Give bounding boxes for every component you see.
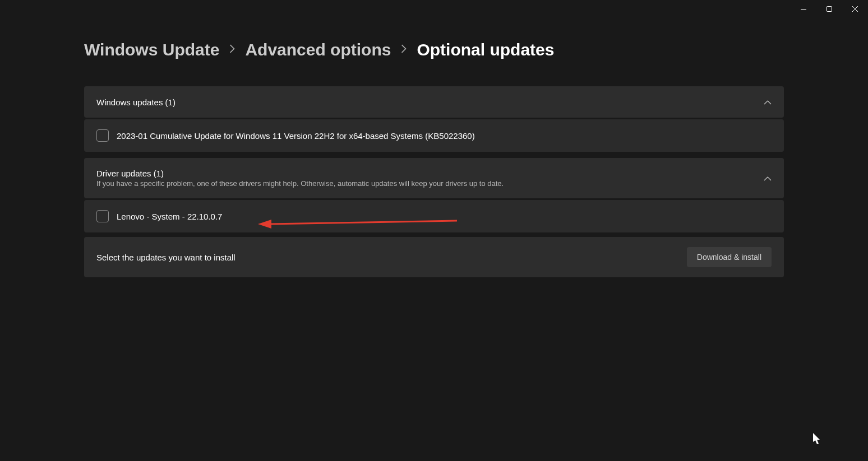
chevron-up-icon: [764, 173, 772, 183]
update-label: Lenovo - System - 22.10.0.7: [117, 212, 222, 221]
chevron-right-icon: [401, 44, 407, 56]
window-controls: [791, 0, 868, 18]
update-label: 2023-01 Cumulative Update for Windows 11…: [117, 131, 475, 141]
update-row-driver[interactable]: Lenovo - System - 22.10.0.7: [84, 200, 784, 232]
minimize-button[interactable]: [791, 0, 816, 18]
windows-updates-header[interactable]: Windows updates (1): [84, 86, 784, 118]
svg-rect-1: [827, 7, 832, 12]
driver-updates-header[interactable]: Driver updates (1) If you have a specifi…: [84, 158, 784, 198]
breadcrumb-advanced-options[interactable]: Advanced options: [245, 40, 391, 59]
close-button[interactable]: [842, 0, 868, 18]
breadcrumb-windows-update[interactable]: Windows Update: [84, 40, 219, 59]
chevron-up-icon: [764, 97, 772, 107]
download-install-button[interactable]: Download & install: [687, 247, 772, 267]
update-row-windows[interactable]: 2023-01 Cumulative Update for Windows 11…: [84, 119, 784, 152]
breadcrumb-current: Optional updates: [417, 40, 554, 59]
footer-prompt: Select the updates you want to install: [96, 253, 236, 262]
breadcrumb: Windows Update Advanced options Optional…: [84, 40, 784, 59]
section-title: Windows updates (1): [96, 97, 176, 107]
footer-panel: Select the updates you want to install D…: [84, 237, 784, 277]
maximize-button[interactable]: [816, 0, 842, 18]
section-subtitle: If you have a specific problem, one of t…: [96, 179, 504, 188]
svg-rect-0: [801, 9, 806, 10]
section-title: Driver updates (1): [96, 169, 504, 178]
cursor-icon: [813, 433, 822, 445]
checkbox[interactable]: [96, 129, 109, 142]
checkbox[interactable]: [96, 210, 109, 222]
chevron-right-icon: [229, 44, 235, 56]
